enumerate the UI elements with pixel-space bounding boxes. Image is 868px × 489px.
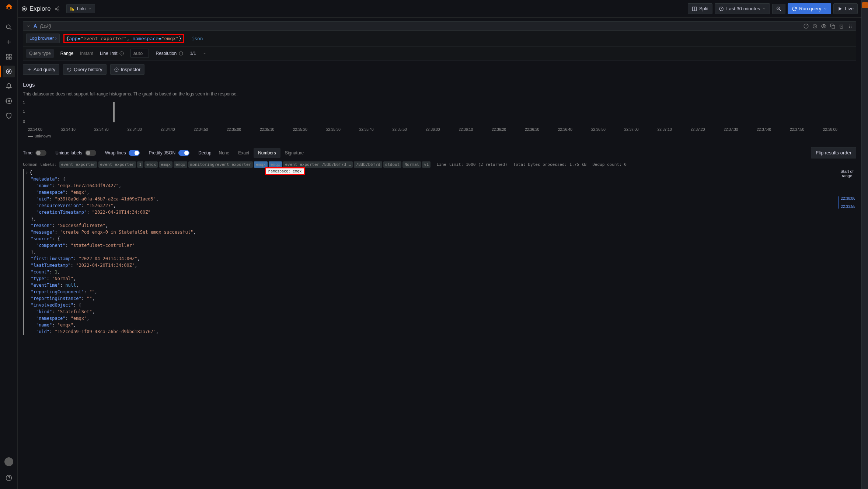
live-button[interactable]: Live — [833, 3, 858, 14]
toggle-visibility-icon[interactable] — [821, 24, 826, 29]
common-label[interactable]: emqx — [144, 161, 158, 168]
plus-icon[interactable] — [3, 36, 15, 48]
svg-point-1 — [6, 25, 10, 29]
svg-line-28 — [780, 9, 781, 11]
line-limit-label: Line limit — [100, 51, 117, 56]
split-button[interactable]: Split — [688, 3, 712, 14]
dedup-numbers[interactable]: Numbers — [254, 148, 280, 158]
copy-query-icon[interactable] — [830, 24, 835, 29]
svg-point-16 — [57, 7, 59, 8]
collapse-query-icon[interactable] — [26, 24, 31, 28]
common-label[interactable]: 1 — [137, 161, 143, 168]
inspector-button[interactable]: Inspector — [110, 64, 144, 75]
svg-rect-7 — [6, 57, 8, 59]
query-text[interactable]: {app="event-exporter", namespace="emqx"}… — [63, 34, 203, 43]
zoom-out-button[interactable] — [772, 4, 785, 14]
histogram-x-axis: 22:34:0022:34:1022:34:2022:34:3022:34:40… — [28, 128, 856, 132]
common-label[interactable]: v1 — [422, 161, 430, 168]
unique-labels-toggle[interactable] — [85, 150, 96, 156]
common-label[interactable]: 78db7b6f7d — [354, 161, 382, 168]
svg-marker-30 — [839, 7, 842, 10]
grafana-logo[interactable] — [4, 3, 14, 13]
log-controls: Time Unique labels Wrap lines Prettify J… — [23, 143, 856, 162]
run-query-button[interactable]: Run query — [788, 3, 831, 14]
add-query-button[interactable]: Add query — [23, 64, 59, 75]
timerange-picker[interactable]: Last 30 minutes — [715, 3, 770, 14]
query-history-icon[interactable] — [812, 24, 818, 29]
svg-point-42 — [851, 27, 851, 28]
histogram-bar[interactable] — [113, 102, 115, 122]
common-label[interactable]: emqx — [159, 161, 173, 168]
svg-point-40 — [851, 24, 851, 25]
prettify-json-toggle[interactable] — [178, 150, 189, 156]
common-label[interactable]: stdout — [383, 161, 402, 168]
datasource-picker[interactable]: Loki — [66, 4, 95, 13]
svg-point-37 — [849, 24, 850, 25]
help-icon[interactable] — [3, 472, 15, 484]
svg-line-19 — [56, 7, 58, 8]
log-browser-button[interactable]: Log browser › — [26, 34, 60, 43]
shield-icon[interactable] — [3, 110, 15, 122]
range-indicator: Start of range 22:38:06 — 22:33:55 — [838, 169, 856, 335]
common-labels-row: Common labels: event-exporter event-expo… — [23, 162, 856, 167]
logs-note: This datasource does not support full-ra… — [23, 91, 856, 97]
config-icon[interactable] — [3, 95, 15, 107]
svg-point-39 — [849, 27, 850, 28]
svg-rect-36 — [832, 25, 835, 28]
svg-point-18 — [57, 10, 59, 11]
svg-marker-15 — [23, 8, 25, 10]
svg-point-0 — [7, 7, 10, 10]
wrap-lines-toggle[interactable] — [129, 150, 140, 156]
log-entry[interactable]: ›{ "metadata": { "name": "emqx.16e7a1643… — [23, 169, 838, 335]
common-label[interactable]: event-exporter-78db7b6f7d-… — [283, 161, 353, 168]
dedup-signature[interactable]: Signature — [280, 148, 308, 158]
query-row-header: A (Loki) — [23, 21, 856, 31]
expand-log-icon[interactable]: › — [25, 170, 28, 175]
common-label[interactable]: emqx — [254, 161, 268, 168]
dedup-exact[interactable]: Exact — [234, 148, 254, 158]
query-options: Query type Range Instant Line limit Reso… — [23, 46, 856, 60]
dedup-none[interactable]: None — [214, 148, 234, 158]
nav-sidebar — [0, 0, 18, 489]
svg-rect-21 — [70, 7, 71, 10]
svg-point-11 — [8, 100, 10, 102]
common-label[interactable]: monitoring/event-exporter — [188, 161, 253, 168]
common-label[interactable]: emqxnamespace: emqx — [269, 161, 282, 168]
page-title: Explore — [21, 5, 51, 13]
common-label[interactable]: event-exporter — [98, 161, 136, 168]
range-option[interactable]: Range — [60, 51, 73, 56]
common-label[interactable]: emqx — [174, 161, 187, 168]
common-label[interactable]: event-exporter — [59, 161, 97, 168]
log-histogram[interactable]: 1 1 0 — [23, 100, 856, 126]
svg-line-20 — [56, 9, 58, 10]
svg-rect-8 — [9, 57, 11, 59]
common-label[interactable]: Normal — [402, 161, 421, 168]
query-editor[interactable]: Log browser › {app="event-exporter", nam… — [23, 31, 856, 46]
resolution-value[interactable]: 1/1 — [190, 51, 196, 56]
query-history-button[interactable]: Query history — [63, 64, 106, 75]
svg-rect-5 — [6, 54, 8, 56]
content-area: A (Loki) Log browser › {app="event-expor… — [18, 18, 861, 489]
query-ref-id: A — [34, 23, 37, 29]
share-icon[interactable] — [55, 6, 60, 11]
drag-handle-icon[interactable] — [848, 24, 853, 29]
svg-rect-6 — [9, 54, 11, 56]
search-icon[interactable] — [3, 21, 15, 33]
delete-query-icon[interactable] — [839, 24, 844, 29]
topbar: Explore Loki Split Last 30 minutes — [18, 0, 861, 18]
svg-rect-23 — [73, 9, 74, 11]
flip-results-button[interactable]: Flip results order — [811, 147, 856, 158]
instant-option[interactable]: Instant — [80, 51, 93, 56]
svg-point-17 — [55, 8, 56, 10]
time-toggle[interactable] — [35, 150, 46, 156]
line-limit-input[interactable] — [130, 49, 149, 58]
right-strip — [861, 0, 868, 489]
user-avatar[interactable] — [4, 457, 13, 466]
svg-point-38 — [849, 26, 850, 27]
svg-line-2 — [10, 28, 11, 30]
query-help-icon[interactable] — [803, 24, 809, 29]
dashboards-icon[interactable] — [3, 51, 15, 63]
right-strip-icon[interactable] — [862, 2, 868, 8]
alerting-icon[interactable] — [3, 80, 15, 92]
explore-icon[interactable] — [3, 66, 15, 77]
